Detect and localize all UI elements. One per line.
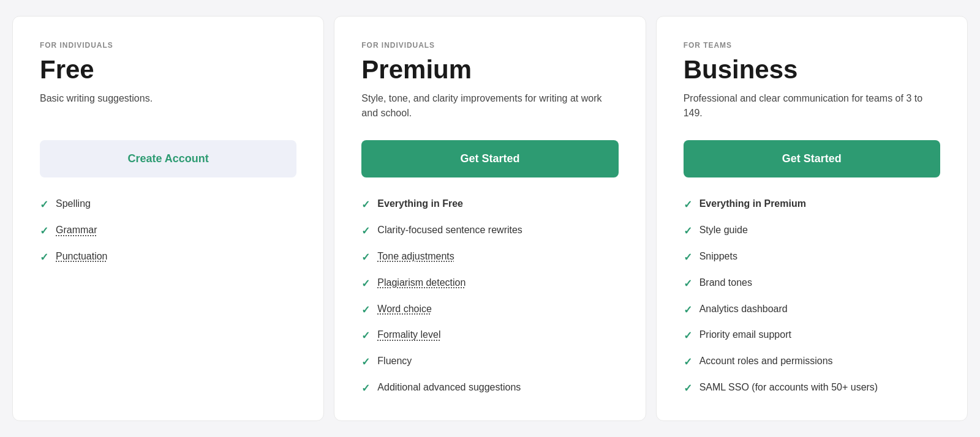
- feature-text: Brand tones: [699, 276, 752, 289]
- feature-text: Priority email support: [699, 328, 791, 342]
- pricing-card-free: FOR INDIVIDUALSFreeBasic writing suggest…: [12, 16, 324, 421]
- check-icon: ✓: [684, 303, 692, 318]
- tier-label-premium: FOR INDIVIDUALS: [361, 41, 618, 50]
- list-item: ✓Everything in Premium: [684, 197, 940, 212]
- cta-button-free[interactable]: Create Account: [40, 140, 296, 177]
- feature-text: Word choice: [377, 302, 432, 316]
- check-icon: ✓: [361, 303, 370, 318]
- feature-text: Formality level: [377, 328, 440, 342]
- list-item: ✓Analytics dashboard: [684, 302, 940, 318]
- feature-text: Style guide: [699, 223, 748, 237]
- feature-text: Fluency: [377, 354, 412, 368]
- pricing-container: FOR INDIVIDUALSFreeBasic writing suggest…: [12, 16, 968, 421]
- check-icon: ✓: [684, 381, 692, 396]
- list-item: ✓Formality level: [361, 328, 618, 343]
- feature-text: Punctuation: [56, 250, 108, 263]
- list-item: ✓Priority email support: [684, 328, 940, 343]
- list-item: ✓Spelling: [40, 197, 296, 212]
- check-icon: ✓: [361, 329, 370, 343]
- plan-description-free: Basic writing suggestions.: [40, 91, 296, 123]
- feature-text: SAML SSO (for accounts with 50+ users): [699, 381, 878, 394]
- list-item: ✓Snippets: [684, 250, 940, 265]
- check-icon: ✓: [684, 250, 692, 265]
- feature-text: Account roles and permissions: [699, 354, 833, 368]
- feature-text: Plagiarism detection: [377, 276, 466, 289]
- check-icon: ✓: [361, 381, 370, 396]
- pricing-card-business: FOR TEAMSBusinessProfessional and clear …: [656, 16, 968, 421]
- pricing-card-premium: FOR INDIVIDUALSPremiumStyle, tone, and c…: [334, 16, 646, 421]
- check-icon: ✓: [361, 277, 370, 291]
- cta-button-premium[interactable]: Get Started: [361, 140, 618, 177]
- feature-text: Everything in Free: [377, 197, 463, 211]
- feature-text: Everything in Premium: [699, 197, 806, 211]
- features-list-free: ✓Spelling✓Grammar✓Punctuation: [40, 197, 296, 264]
- tier-label-business: FOR TEAMS: [684, 41, 940, 50]
- list-item: ✓Word choice: [361, 302, 618, 318]
- check-icon: ✓: [684, 224, 692, 239]
- check-icon: ✓: [361, 198, 370, 212]
- plan-name-premium: Premium: [361, 56, 618, 84]
- feature-text: Clarity-focused sentence rewrites: [377, 223, 522, 237]
- check-icon: ✓: [40, 198, 48, 212]
- check-icon: ✓: [684, 277, 692, 291]
- check-icon: ✓: [40, 250, 48, 265]
- feature-text: Grammar: [56, 223, 97, 237]
- list-item: ✓Style guide: [684, 223, 940, 239]
- feature-text: Spelling: [56, 197, 91, 211]
- check-icon: ✓: [684, 329, 692, 343]
- check-icon: ✓: [684, 198, 692, 212]
- check-icon: ✓: [40, 224, 48, 239]
- check-icon: ✓: [361, 355, 370, 370]
- list-item: ✓Clarity-focused sentence rewrites: [361, 223, 618, 239]
- list-item: ✓Tone adjustments: [361, 250, 618, 265]
- features-list-premium: ✓Everything in Free✓Clarity-focused sent…: [361, 197, 618, 395]
- feature-text: Analytics dashboard: [699, 302, 788, 316]
- feature-text: Tone adjustments: [377, 250, 454, 263]
- check-icon: ✓: [361, 224, 370, 239]
- check-icon: ✓: [684, 355, 692, 370]
- list-item: ✓Everything in Free: [361, 197, 618, 212]
- plan-name-business: Business: [684, 56, 940, 84]
- plan-description-premium: Style, tone, and clarity improvements fo…: [361, 91, 618, 123]
- list-item: ✓Brand tones: [684, 276, 940, 291]
- list-item: ✓SAML SSO (for accounts with 50+ users): [684, 381, 940, 396]
- cta-button-business[interactable]: Get Started: [684, 140, 940, 177]
- list-item: ✓Punctuation: [40, 250, 296, 265]
- list-item: ✓Plagiarism detection: [361, 276, 618, 291]
- features-list-business: ✓Everything in Premium✓Style guide✓Snipp…: [684, 197, 940, 395]
- plan-name-free: Free: [40, 56, 296, 84]
- list-item: ✓Fluency: [361, 354, 618, 370]
- list-item: ✓Account roles and permissions: [684, 354, 940, 370]
- feature-text: Snippets: [699, 250, 737, 263]
- feature-text: Additional advanced suggestions: [377, 381, 521, 394]
- check-icon: ✓: [361, 250, 370, 265]
- tier-label-free: FOR INDIVIDUALS: [40, 41, 296, 50]
- list-item: ✓Grammar: [40, 223, 296, 239]
- list-item: ✓Additional advanced suggestions: [361, 381, 618, 396]
- plan-description-business: Professional and clear communication for…: [684, 91, 940, 123]
